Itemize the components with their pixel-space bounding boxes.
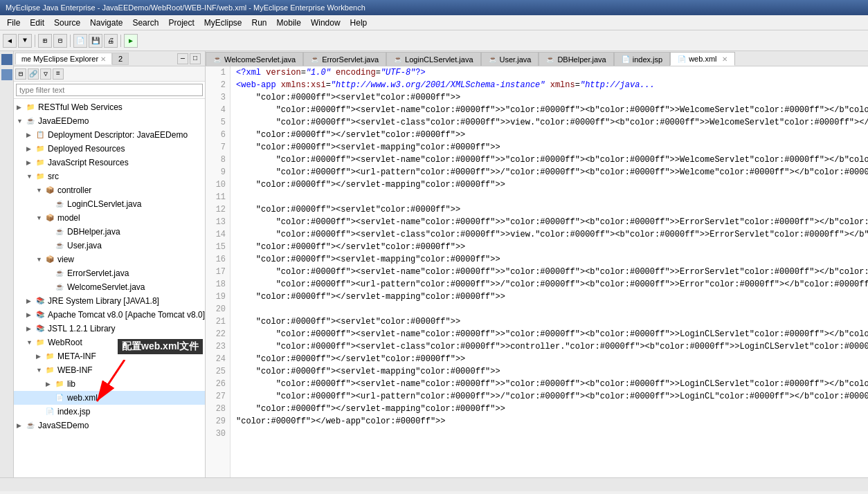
- tree-item[interactable]: ▼📦view: [14, 253, 205, 266]
- tree-item[interactable]: ▼☕JavaEEDemo: [14, 114, 205, 128]
- settings-btn[interactable]: ≡: [53, 68, 64, 80]
- status-bar: [0, 477, 868, 491]
- menu-item-window[interactable]: Window: [307, 17, 345, 28]
- editor-tab-label: User.java: [500, 55, 532, 64]
- tree-item[interactable]: ☕WelcomeServlet.java: [14, 280, 205, 294]
- code-line: "color:#0000ff"><servlet-name"color:#000…: [236, 104, 868, 116]
- editor-tab-icon: ☕: [546, 55, 554, 63]
- code-line: "color:#0000ff"></servlet-mapping"color:…: [236, 403, 868, 415]
- toolbar: ◀ ▼ ⊞ ⊟ 📄 💾 🖨 ▶: [0, 30, 868, 51]
- tree-item-icon: ☕: [25, 420, 36, 431]
- tree-item[interactable]: ▼📁src: [14, 170, 205, 183]
- menu-item-navigate[interactable]: Navigate: [86, 17, 127, 28]
- panel-maximize[interactable]: □: [190, 53, 201, 64]
- collapse-all-btn[interactable]: ⊟: [15, 68, 26, 80]
- tree-item[interactable]: ▶📚JSTL 1.2.1 Library: [14, 322, 205, 336]
- toolbar-btn-print[interactable]: 🖨: [104, 34, 118, 48]
- tree-item-label: web.xml: [67, 392, 98, 404]
- tree-item[interactable]: ▶📁JavaScript Resources: [14, 156, 205, 170]
- tree-item-icon: 📁: [35, 143, 46, 154]
- tree-item[interactable]: ▼📦model: [14, 211, 205, 225]
- tree-item[interactable]: 📄web.xml: [14, 391, 205, 405]
- menu-item-run[interactable]: Run: [248, 17, 271, 28]
- filter-input[interactable]: [16, 84, 203, 96]
- explorer-tab-2[interactable]: 2: [112, 53, 129, 65]
- tree-item[interactable]: ☕DBHelper.java: [14, 225, 205, 239]
- tree-item[interactable]: 📄index.jsp: [14, 405, 205, 419]
- tree-item[interactable]: ▶☕JavaSEDemo: [14, 419, 205, 432]
- left-icon-1[interactable]: [1, 54, 12, 65]
- editor-tab-ErrorServlet-java[interactable]: ☕ErrorServlet.java: [303, 52, 386, 66]
- tree-item-label: META-INF: [57, 350, 96, 363]
- tree-item[interactable]: ☕User.java: [14, 239, 205, 253]
- code-line: [236, 191, 868, 203]
- tree-item[interactable]: ▶📁RESTful Web Services: [14, 100, 205, 114]
- panel-minimize[interactable]: —: [177, 53, 188, 64]
- filter-btn[interactable]: ▽: [40, 68, 51, 80]
- link-editor-btn[interactable]: 🔗: [28, 68, 39, 80]
- editor-tab-LoginCLServlet-java[interactable]: ☕LoginCLServlet.java: [386, 52, 480, 66]
- code-text[interactable]: <?xml version="1.0" encoding="UTF-8"?><w…: [230, 66, 868, 477]
- tree-item[interactable]: ▼📦controller: [14, 183, 205, 197]
- tree-item-label: view: [57, 253, 74, 266]
- tree-item[interactable]: ☕LoginCLServlet.java: [14, 197, 205, 211]
- tree-item[interactable]: ☕ErrorServlet.java: [14, 266, 205, 280]
- tree-item[interactable]: ▼📁WebRoot: [14, 336, 205, 349]
- toolbar-btn-run[interactable]: ▶: [124, 34, 138, 48]
- toolbar-btn-2[interactable]: ▼: [18, 34, 32, 48]
- tree-item[interactable]: ▶📋Deployment Descriptor: JavaEEDemo: [14, 128, 205, 142]
- editor-tab-label: WelcomeServlet.java: [224, 55, 296, 64]
- line-number: 3: [210, 91, 226, 104]
- toolbar-btn-4[interactable]: ⊟: [53, 34, 67, 48]
- editor-tab-label: index.jsp: [633, 55, 662, 64]
- menu-item-myeclipse[interactable]: MyEclipse: [200, 17, 246, 28]
- line-number: 4: [210, 104, 226, 116]
- tree-item-label: JRE System Library [JAVA1.8]: [48, 295, 159, 307]
- menu-item-file[interactable]: File: [3, 17, 24, 28]
- menu-bar: FileEditSourceNavigateSearchProjectMyEcl…: [0, 15, 868, 30]
- tree-item-label: JavaEEDemo: [38, 115, 89, 127]
- tree-item[interactable]: ▶📁Deployed Resources: [14, 142, 205, 156]
- tree-item-icon: 📁: [35, 337, 46, 348]
- left-icon-2[interactable]: [1, 69, 12, 80]
- title-text: MyEclipse Java Enterprise - JavaEEDemo/W…: [6, 3, 365, 12]
- tree-item-icon: 📦: [44, 212, 55, 223]
- toolbar-btn-1[interactable]: ◀: [3, 34, 17, 48]
- toolbar-btn-new[interactable]: 📄: [73, 34, 87, 48]
- line-number: 8: [210, 154, 226, 166]
- explorer-toolbar: ⊟ 🔗 ▽ ≡: [14, 66, 205, 82]
- editor-tab-index-jsp[interactable]: 📄index.jsp: [614, 52, 670, 66]
- editor-tab-User-java[interactable]: ☕User.java: [481, 52, 539, 66]
- menu-item-edit[interactable]: Edit: [26, 17, 48, 28]
- tree-item-icon: ☕: [54, 240, 65, 251]
- menu-item-mobile[interactable]: Mobile: [273, 17, 305, 28]
- line-number: 23: [210, 340, 226, 353]
- tree-item-icon: 📁: [44, 351, 55, 362]
- toolbar-btn-3[interactable]: ⊞: [38, 34, 52, 48]
- editor-tab-WelcomeServlet-java[interactable]: ☕WelcomeServlet.java: [206, 52, 303, 66]
- editor-tab-close[interactable]: ✕: [722, 55, 727, 63]
- tree-item-icon: 📄: [54, 392, 65, 403]
- menu-item-search[interactable]: Search: [128, 17, 163, 28]
- menu-item-source[interactable]: Source: [50, 17, 84, 28]
- editor-tab-DBHelper-java[interactable]: ☕DBHelper.java: [539, 52, 613, 66]
- left-icon-strip: [0, 51, 14, 477]
- code-line: "color:#0000ff"></servlet-mapping"color:…: [236, 291, 868, 303]
- explorer-tab-myeclipse[interactable]: me MyEclipse Explorer ✕: [15, 53, 112, 64]
- menu-item-help[interactable]: Help: [346, 17, 372, 28]
- tree-item[interactable]: ▼📁WEB-INF: [14, 363, 205, 377]
- tree-item[interactable]: ▶📚JRE System Library [JAVA1.8]: [14, 294, 205, 308]
- code-line: "color:#0000ff"></servlet"color:#0000ff"…: [236, 129, 868, 141]
- explorer-tab-close[interactable]: ✕: [100, 55, 106, 63]
- tree-item[interactable]: ▶📚Apache Tomcat v8.0 [Apache Tomcat v8.0…: [14, 308, 205, 322]
- code-line: "color:#0000ff"></servlet"color:#0000ff"…: [236, 353, 868, 365]
- toolbar-btn-save[interactable]: 💾: [89, 34, 102, 48]
- tree-item[interactable]: ▶📁lib: [14, 377, 205, 391]
- line-number: 20: [210, 303, 226, 315]
- code-line: [236, 303, 868, 315]
- editor-tab-web-xml[interactable]: 📄web.xml✕: [670, 52, 735, 66]
- code-line: "color:#0000ff"><servlet-name"color:#000…: [236, 154, 868, 166]
- code-line: "color:#0000ff"></servlet-mapping"color:…: [236, 179, 868, 191]
- menu-item-project[interactable]: Project: [164, 17, 198, 28]
- tree-item[interactable]: ▶📁META-INF: [14, 349, 205, 363]
